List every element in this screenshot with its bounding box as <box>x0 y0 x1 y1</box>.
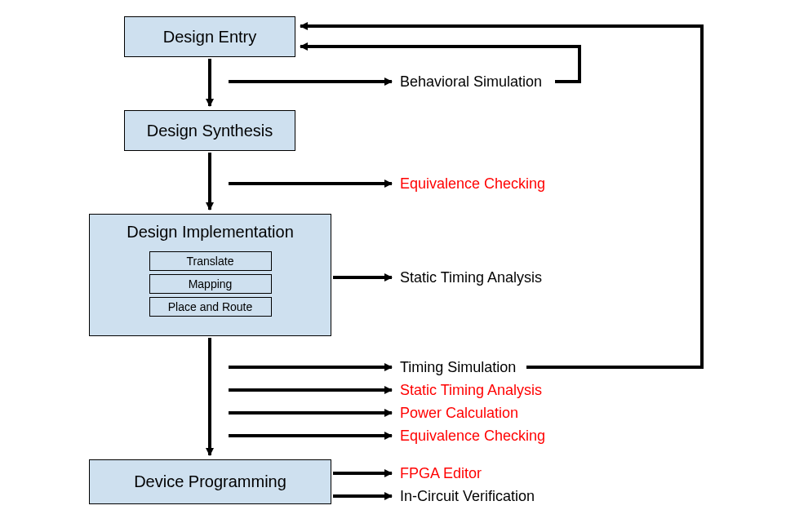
label-power-calc: Power Calculation <box>400 405 518 422</box>
label-static-timing-1: Static Timing Analysis <box>400 269 542 286</box>
sub-place-route: Place and Route <box>149 297 272 317</box>
sub-translate: Translate <box>149 251 272 271</box>
label-equiv-check-1: Equivalence Checking <box>400 175 545 193</box>
sub-place-route-label: Place and Route <box>168 300 253 313</box>
box-design-entry: Design Entry <box>124 16 295 57</box>
label-behavioral-sim: Behavioral Simulation <box>400 73 542 91</box>
label-static-timing-2: Static Timing Analysis <box>400 382 542 399</box>
box-design-synthesis-label: Design Synthesis <box>147 122 273 140</box>
label-in-circuit: In-Circuit Verification <box>400 488 535 505</box>
box-device-programming: Device Programming <box>89 459 331 504</box>
label-timing-sim: Timing Simulation <box>400 359 516 376</box>
box-device-programming-label: Device Programming <box>134 472 286 491</box>
sub-mapping-label: Mapping <box>189 277 233 290</box>
label-fpga-editor: FPGA Editor <box>400 465 482 482</box>
box-design-entry-label: Design Entry <box>163 28 257 47</box>
label-equiv-check-2: Equivalence Checking <box>400 428 545 445</box>
box-design-synthesis: Design Synthesis <box>124 110 295 151</box>
box-design-implementation-label: Design Implementation <box>127 223 294 242</box>
sub-mapping: Mapping <box>149 274 272 294</box>
sub-translate-label: Translate <box>187 255 234 268</box>
box-design-implementation: Design Implementation Translate Mapping … <box>89 214 331 336</box>
diagram-stage: Design Entry Design Synthesis Design Imp… <box>0 0 786 532</box>
